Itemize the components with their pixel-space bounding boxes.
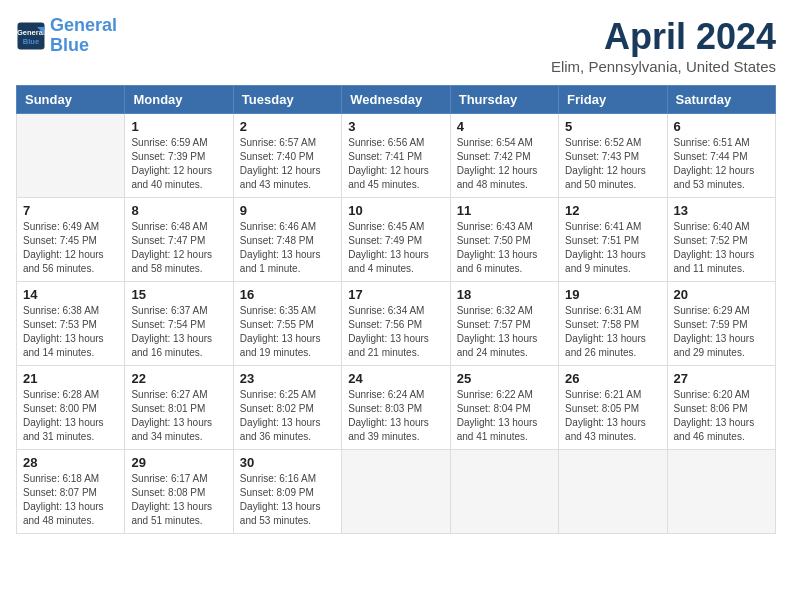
day-info: Sunrise: 6:35 AM Sunset: 7:55 PM Dayligh… bbox=[240, 304, 335, 360]
empty-cell bbox=[450, 450, 558, 534]
calendar-cell: 12Sunrise: 6:41 AM Sunset: 7:51 PM Dayli… bbox=[559, 198, 667, 282]
day-number: 26 bbox=[565, 371, 660, 386]
calendar-cell: 10Sunrise: 6:45 AM Sunset: 7:49 PM Dayli… bbox=[342, 198, 450, 282]
calendar-cell: 11Sunrise: 6:43 AM Sunset: 7:50 PM Dayli… bbox=[450, 198, 558, 282]
day-number: 14 bbox=[23, 287, 118, 302]
empty-cell bbox=[17, 114, 125, 198]
day-info: Sunrise: 6:51 AM Sunset: 7:44 PM Dayligh… bbox=[674, 136, 769, 192]
day-info: Sunrise: 6:37 AM Sunset: 7:54 PM Dayligh… bbox=[131, 304, 226, 360]
day-number: 6 bbox=[674, 119, 769, 134]
day-info: Sunrise: 6:16 AM Sunset: 8:09 PM Dayligh… bbox=[240, 472, 335, 528]
week-row-1: 1Sunrise: 6:59 AM Sunset: 7:39 PM Daylig… bbox=[17, 114, 776, 198]
day-number: 11 bbox=[457, 203, 552, 218]
day-number: 29 bbox=[131, 455, 226, 470]
day-number: 23 bbox=[240, 371, 335, 386]
day-info: Sunrise: 6:25 AM Sunset: 8:02 PM Dayligh… bbox=[240, 388, 335, 444]
calendar-cell: 9Sunrise: 6:46 AM Sunset: 7:48 PM Daylig… bbox=[233, 198, 341, 282]
day-number: 27 bbox=[674, 371, 769, 386]
calendar-cell: 1Sunrise: 6:59 AM Sunset: 7:39 PM Daylig… bbox=[125, 114, 233, 198]
calendar-cell: 18Sunrise: 6:32 AM Sunset: 7:57 PM Dayli… bbox=[450, 282, 558, 366]
day-info: Sunrise: 6:34 AM Sunset: 7:56 PM Dayligh… bbox=[348, 304, 443, 360]
calendar-cell: 28Sunrise: 6:18 AM Sunset: 8:07 PM Dayli… bbox=[17, 450, 125, 534]
day-number: 12 bbox=[565, 203, 660, 218]
calendar-cell: 4Sunrise: 6:54 AM Sunset: 7:42 PM Daylig… bbox=[450, 114, 558, 198]
header: General Blue General Blue April 2024 Eli… bbox=[16, 16, 776, 75]
day-info: Sunrise: 6:40 AM Sunset: 7:52 PM Dayligh… bbox=[674, 220, 769, 276]
day-number: 13 bbox=[674, 203, 769, 218]
day-number: 17 bbox=[348, 287, 443, 302]
day-info: Sunrise: 6:28 AM Sunset: 8:00 PM Dayligh… bbox=[23, 388, 118, 444]
calendar-cell: 13Sunrise: 6:40 AM Sunset: 7:52 PM Dayli… bbox=[667, 198, 775, 282]
calendar-cell: 6Sunrise: 6:51 AM Sunset: 7:44 PM Daylig… bbox=[667, 114, 775, 198]
calendar-cell: 7Sunrise: 6:49 AM Sunset: 7:45 PM Daylig… bbox=[17, 198, 125, 282]
week-row-4: 21Sunrise: 6:28 AM Sunset: 8:00 PM Dayli… bbox=[17, 366, 776, 450]
calendar-cell: 27Sunrise: 6:20 AM Sunset: 8:06 PM Dayli… bbox=[667, 366, 775, 450]
day-number: 30 bbox=[240, 455, 335, 470]
calendar-cell: 2Sunrise: 6:57 AM Sunset: 7:40 PM Daylig… bbox=[233, 114, 341, 198]
month-title: April 2024 bbox=[551, 16, 776, 58]
calendar-cell: 25Sunrise: 6:22 AM Sunset: 8:04 PM Dayli… bbox=[450, 366, 558, 450]
day-info: Sunrise: 6:22 AM Sunset: 8:04 PM Dayligh… bbox=[457, 388, 552, 444]
calendar-cell: 20Sunrise: 6:29 AM Sunset: 7:59 PM Dayli… bbox=[667, 282, 775, 366]
day-number: 3 bbox=[348, 119, 443, 134]
day-info: Sunrise: 6:56 AM Sunset: 7:41 PM Dayligh… bbox=[348, 136, 443, 192]
day-info: Sunrise: 6:41 AM Sunset: 7:51 PM Dayligh… bbox=[565, 220, 660, 276]
day-number: 5 bbox=[565, 119, 660, 134]
day-number: 2 bbox=[240, 119, 335, 134]
empty-cell bbox=[559, 450, 667, 534]
day-info: Sunrise: 6:57 AM Sunset: 7:40 PM Dayligh… bbox=[240, 136, 335, 192]
day-info: Sunrise: 6:27 AM Sunset: 8:01 PM Dayligh… bbox=[131, 388, 226, 444]
day-number: 21 bbox=[23, 371, 118, 386]
day-header-monday: Monday bbox=[125, 86, 233, 114]
calendar-cell: 24Sunrise: 6:24 AM Sunset: 8:03 PM Dayli… bbox=[342, 366, 450, 450]
calendar-cell: 14Sunrise: 6:38 AM Sunset: 7:53 PM Dayli… bbox=[17, 282, 125, 366]
day-info: Sunrise: 6:45 AM Sunset: 7:49 PM Dayligh… bbox=[348, 220, 443, 276]
calendar-cell: 22Sunrise: 6:27 AM Sunset: 8:01 PM Dayli… bbox=[125, 366, 233, 450]
day-number: 8 bbox=[131, 203, 226, 218]
day-info: Sunrise: 6:20 AM Sunset: 8:06 PM Dayligh… bbox=[674, 388, 769, 444]
day-header-wednesday: Wednesday bbox=[342, 86, 450, 114]
logo: General Blue General Blue bbox=[16, 16, 117, 56]
day-info: Sunrise: 6:49 AM Sunset: 7:45 PM Dayligh… bbox=[23, 220, 118, 276]
day-info: Sunrise: 6:59 AM Sunset: 7:39 PM Dayligh… bbox=[131, 136, 226, 192]
day-info: Sunrise: 6:17 AM Sunset: 8:08 PM Dayligh… bbox=[131, 472, 226, 528]
day-number: 24 bbox=[348, 371, 443, 386]
day-info: Sunrise: 6:48 AM Sunset: 7:47 PM Dayligh… bbox=[131, 220, 226, 276]
logo-text: General Blue bbox=[50, 16, 117, 56]
day-info: Sunrise: 6:54 AM Sunset: 7:42 PM Dayligh… bbox=[457, 136, 552, 192]
calendar-cell: 19Sunrise: 6:31 AM Sunset: 7:58 PM Dayli… bbox=[559, 282, 667, 366]
empty-cell bbox=[667, 450, 775, 534]
header-row: SundayMondayTuesdayWednesdayThursdayFrid… bbox=[17, 86, 776, 114]
svg-text:Blue: Blue bbox=[23, 36, 39, 45]
day-number: 16 bbox=[240, 287, 335, 302]
calendar-cell: 21Sunrise: 6:28 AM Sunset: 8:00 PM Dayli… bbox=[17, 366, 125, 450]
day-header-sunday: Sunday bbox=[17, 86, 125, 114]
calendar-cell: 15Sunrise: 6:37 AM Sunset: 7:54 PM Dayli… bbox=[125, 282, 233, 366]
day-number: 10 bbox=[348, 203, 443, 218]
day-header-thursday: Thursday bbox=[450, 86, 558, 114]
week-row-2: 7Sunrise: 6:49 AM Sunset: 7:45 PM Daylig… bbox=[17, 198, 776, 282]
calendar: SundayMondayTuesdayWednesdayThursdayFrid… bbox=[16, 85, 776, 534]
day-info: Sunrise: 6:52 AM Sunset: 7:43 PM Dayligh… bbox=[565, 136, 660, 192]
day-info: Sunrise: 6:21 AM Sunset: 8:05 PM Dayligh… bbox=[565, 388, 660, 444]
day-number: 7 bbox=[23, 203, 118, 218]
calendar-cell: 29Sunrise: 6:17 AM Sunset: 8:08 PM Dayli… bbox=[125, 450, 233, 534]
day-number: 22 bbox=[131, 371, 226, 386]
day-number: 28 bbox=[23, 455, 118, 470]
title-area: April 2024 Elim, Pennsylvania, United St… bbox=[551, 16, 776, 75]
day-number: 19 bbox=[565, 287, 660, 302]
logo-line1: General bbox=[50, 15, 117, 35]
day-header-friday: Friday bbox=[559, 86, 667, 114]
day-info: Sunrise: 6:38 AM Sunset: 7:53 PM Dayligh… bbox=[23, 304, 118, 360]
location: Elim, Pennsylvania, United States bbox=[551, 58, 776, 75]
week-row-3: 14Sunrise: 6:38 AM Sunset: 7:53 PM Dayli… bbox=[17, 282, 776, 366]
day-number: 9 bbox=[240, 203, 335, 218]
day-info: Sunrise: 6:31 AM Sunset: 7:58 PM Dayligh… bbox=[565, 304, 660, 360]
day-info: Sunrise: 6:46 AM Sunset: 7:48 PM Dayligh… bbox=[240, 220, 335, 276]
logo-line2: Blue bbox=[50, 35, 89, 55]
day-number: 4 bbox=[457, 119, 552, 134]
calendar-cell: 3Sunrise: 6:56 AM Sunset: 7:41 PM Daylig… bbox=[342, 114, 450, 198]
calendar-cell: 5Sunrise: 6:52 AM Sunset: 7:43 PM Daylig… bbox=[559, 114, 667, 198]
day-number: 18 bbox=[457, 287, 552, 302]
day-header-saturday: Saturday bbox=[667, 86, 775, 114]
